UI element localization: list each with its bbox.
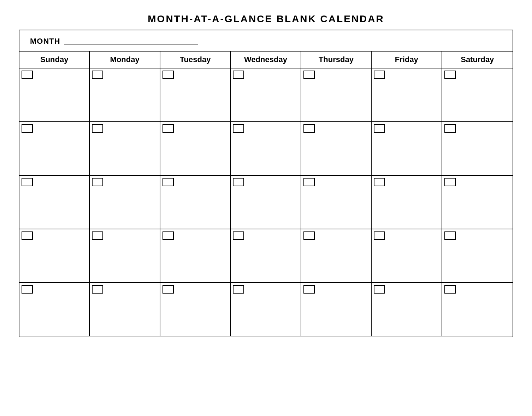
cell-w1-wed[interactable] (231, 68, 301, 121)
cell-w1-fri[interactable] (372, 68, 442, 121)
cell-w2-sat[interactable] (442, 122, 513, 175)
cell-w3-thu[interactable] (301, 176, 372, 229)
month-underline[interactable] (64, 38, 198, 44)
date-box (22, 178, 33, 186)
calendar-week-2 (19, 122, 513, 176)
days-header: Sunday Monday Tuesday Wednesday Thursday… (19, 52, 513, 68)
date-box (233, 231, 244, 240)
date-box (92, 285, 103, 294)
cell-w2-mon[interactable] (90, 122, 160, 175)
date-box (303, 124, 315, 133)
cell-w3-sun[interactable] (19, 176, 90, 229)
cell-w3-wed[interactable] (231, 176, 301, 229)
cell-w4-sat[interactable] (442, 229, 513, 282)
date-box (303, 285, 315, 294)
date-box (92, 231, 103, 240)
date-box (303, 178, 315, 186)
date-box (92, 124, 103, 133)
date-box (162, 178, 174, 186)
calendar-week-4 (19, 229, 513, 283)
date-box (233, 178, 244, 186)
calendar-week-3 (19, 176, 513, 229)
day-header-tuesday: Tuesday (160, 52, 231, 68)
day-header-thursday: Thursday (301, 52, 372, 68)
calendar-week-5 (19, 283, 513, 337)
calendar-grid (19, 68, 513, 337)
month-label: MONTH (30, 37, 60, 46)
cell-w2-tue[interactable] (160, 122, 231, 175)
cell-w2-wed[interactable] (231, 122, 301, 175)
date-box (92, 178, 103, 186)
calendar-page: MONTH-AT-A-GLANCE BLANK CALENDAR MONTH S… (19, 7, 513, 337)
date-box (162, 285, 174, 294)
date-box (233, 285, 244, 294)
day-header-sunday: Sunday (19, 52, 90, 68)
date-box (374, 231, 385, 240)
cell-w3-fri[interactable] (372, 176, 442, 229)
date-box (444, 71, 456, 79)
cell-w5-thu[interactable] (301, 283, 372, 336)
date-box (444, 178, 456, 186)
date-box (233, 124, 244, 133)
date-box (303, 71, 315, 79)
day-header-wednesday: Wednesday (231, 52, 301, 68)
date-box (22, 285, 33, 294)
day-header-saturday: Saturday (442, 52, 513, 68)
date-box (162, 124, 174, 133)
cell-w5-mon[interactable] (90, 283, 160, 336)
day-header-monday: Monday (90, 52, 160, 68)
cell-w5-fri[interactable] (372, 283, 442, 336)
cell-w4-mon[interactable] (90, 229, 160, 282)
date-box (162, 71, 174, 79)
cell-w3-sat[interactable] (442, 176, 513, 229)
page-title: MONTH-AT-A-GLANCE BLANK CALENDAR (19, 7, 513, 30)
cell-w1-sat[interactable] (442, 68, 513, 121)
cell-w3-mon[interactable] (90, 176, 160, 229)
date-box (444, 231, 456, 240)
day-header-friday: Friday (372, 52, 442, 68)
calendar-week-1 (19, 68, 513, 122)
cell-w1-sun[interactable] (19, 68, 90, 121)
date-box (22, 231, 33, 240)
cell-w2-sun[interactable] (19, 122, 90, 175)
cell-w1-tue[interactable] (160, 68, 231, 121)
cell-w5-sat[interactable] (442, 283, 513, 336)
cell-w1-thu[interactable] (301, 68, 372, 121)
date-box (303, 231, 315, 240)
cell-w3-tue[interactable] (160, 176, 231, 229)
date-box (374, 71, 385, 79)
cell-w1-mon[interactable] (90, 68, 160, 121)
cell-w5-tue[interactable] (160, 283, 231, 336)
date-box (22, 124, 33, 133)
cell-w4-thu[interactable] (301, 229, 372, 282)
date-box (22, 71, 33, 79)
cell-w5-sun[interactable] (19, 283, 90, 336)
date-box (374, 178, 385, 186)
date-box (374, 124, 385, 133)
cell-w5-wed[interactable] (231, 283, 301, 336)
date-box (92, 71, 103, 79)
date-box (444, 285, 456, 294)
date-box (444, 124, 456, 133)
cell-w4-tue[interactable] (160, 229, 231, 282)
cell-w4-sun[interactable] (19, 229, 90, 282)
calendar-container: MONTH Sunday Monday Tuesday Wednesday Th… (19, 30, 513, 337)
cell-w4-wed[interactable] (231, 229, 301, 282)
cell-w2-thu[interactable] (301, 122, 372, 175)
date-box (233, 71, 244, 79)
date-box (374, 285, 385, 294)
month-row: MONTH (19, 30, 513, 52)
date-box (162, 231, 174, 240)
cell-w2-fri[interactable] (372, 122, 442, 175)
cell-w4-fri[interactable] (372, 229, 442, 282)
